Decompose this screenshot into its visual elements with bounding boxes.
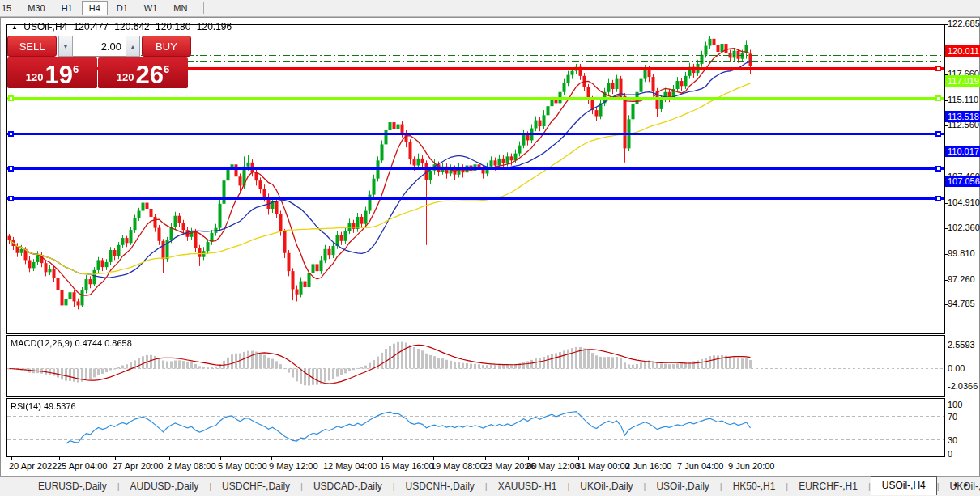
time-tick xyxy=(382,457,383,460)
rsi-canvas[interactable] xyxy=(7,399,944,456)
time-axis-label: 2 Jun 16:00 xyxy=(625,461,672,471)
buy-price-box[interactable]: 120 26 6 xyxy=(98,57,188,88)
rsi-axis-label: 0 xyxy=(948,449,952,459)
chart-tab-audusd-daily[interactable]: AUDUSD-,Daily xyxy=(120,478,210,494)
time-tick xyxy=(271,457,272,460)
time-tick xyxy=(731,457,731,460)
time-axis-label: 9 Jun 20:00 xyxy=(728,461,775,471)
time-tick xyxy=(220,457,221,460)
time-axis-label: 25 Apr 04:00 xyxy=(57,461,107,471)
price-line-badge: 117.019 xyxy=(945,75,980,87)
timeframe-button-m30[interactable]: M30 xyxy=(20,1,52,15)
chart-tab-usoil-h4[interactable]: USOil-,H4 xyxy=(871,476,937,495)
symbol-period-label: USOil-,H4 xyxy=(23,21,67,32)
macd-axis-label: 0.00 xyxy=(948,363,965,373)
chart-tab-usdcad-daily[interactable]: USDCAD-,Daily xyxy=(303,478,393,494)
time-tick xyxy=(115,457,116,460)
price-axis: 122.685117.660115.110112.560107.460104.9… xyxy=(945,17,980,478)
buy-price-big: 26 xyxy=(135,64,163,87)
rsi-panel xyxy=(6,398,945,457)
chart-tab-usdcnh-daily[interactable]: USDCNH-,Daily xyxy=(395,478,485,494)
timeframe-button-d1[interactable]: D1 xyxy=(109,1,135,15)
macd-axis-label: -2.0366 xyxy=(948,381,978,391)
volume-input[interactable] xyxy=(73,36,126,57)
chart-tabbar: EURUSD-,Daily|AUDUSD-,Daily|USDCHF-,Dail… xyxy=(0,476,980,496)
price-axis-label: 97.260 xyxy=(948,274,975,284)
time-axis: 20 Apr 202225 Apr 04:0027 Apr 20:002 May… xyxy=(6,458,945,474)
time-axis-label: 16 May 16:00 xyxy=(380,461,434,471)
price-axis-label: 102.360 xyxy=(948,223,980,232)
time-axis-label: 7 Jun 04:00 xyxy=(677,461,724,471)
sell-price-sup: 6 xyxy=(73,63,79,75)
timeframe-toolbar: 15 M30 H1 H4 D1 W1 MN xyxy=(0,0,980,17)
time-tick xyxy=(326,457,326,460)
collapse-arrow-icon[interactable]: ▲ xyxy=(11,23,18,31)
chart-tab-eurusd-daily[interactable]: EURUSD-,Daily xyxy=(28,478,117,494)
time-axis-label: 2 May 08:00 xyxy=(167,461,216,471)
macd-panel xyxy=(6,335,945,397)
time-tick xyxy=(528,457,529,460)
time-axis-label: 9 May 12:00 xyxy=(269,461,318,471)
timeframe-button-h4[interactable]: H4 xyxy=(82,1,108,15)
time-tick xyxy=(485,457,486,460)
chart-tab-usdchf-daily[interactable]: USDCHF-,Daily xyxy=(211,478,300,494)
price-axis-label: 115.110 xyxy=(948,95,978,104)
sell-price-box[interactable]: 120 19 6 xyxy=(7,57,97,88)
rsi-axis-label: 70 xyxy=(948,412,957,422)
buy-price-small: 120 xyxy=(117,71,134,83)
timeframe-button-mn[interactable]: MN xyxy=(166,1,194,15)
price-line-badge: 113.518 xyxy=(945,111,980,122)
sell-price-big: 19 xyxy=(45,64,72,87)
timeframe-button-m15[interactable]: 15 xyxy=(0,1,19,15)
time-axis-label: 19 May 08:00 xyxy=(431,461,485,471)
macd-label: MACD(12,26,9) 0.4744 0.8658 xyxy=(11,338,132,348)
time-tick xyxy=(680,457,680,460)
price-axis-label: 122.685 xyxy=(948,19,980,28)
price-line-badge: 107.056 xyxy=(945,176,980,187)
time-tick xyxy=(628,457,628,460)
chart-tab-ukoil-daily[interactable]: UKOil-,Daily xyxy=(569,478,643,494)
tab-scroll-right-icon[interactable]: ► xyxy=(963,481,975,489)
buy-button[interactable]: BUY xyxy=(142,36,191,57)
volume-increase-button[interactable]: ▲ xyxy=(126,36,140,57)
rsi-axis-label: 100 xyxy=(948,400,962,409)
toolbar-divider xyxy=(203,2,204,14)
chart-tab-eurchf-h1[interactable]: EURCHF-,H1 xyxy=(788,478,868,494)
macd-canvas[interactable] xyxy=(7,336,944,396)
buy-price-sup: 6 xyxy=(164,63,169,75)
price-axis-label: 99.810 xyxy=(948,248,975,258)
time-tick xyxy=(433,457,434,460)
one-click-trade-panel: SELL ▼ ▲ BUY 120 19 6 120 26 6 xyxy=(7,36,191,88)
time-axis-label: 12 May 04:00 xyxy=(323,461,377,471)
sell-price-small: 120 xyxy=(26,71,44,83)
timeframe-button-w1[interactable]: W1 xyxy=(137,1,165,15)
time-tick xyxy=(11,457,12,460)
ohlc-open: 120.477 xyxy=(74,21,109,32)
time-axis-label: 26 May 12:00 xyxy=(526,461,580,471)
time-axis-label: 31 May 00:00 xyxy=(576,461,630,471)
time-axis-label: 27 Apr 20:00 xyxy=(113,461,163,471)
chart-tab-usoil-daily[interactable]: USOil-,Daily xyxy=(646,478,719,494)
time-tick xyxy=(578,457,579,460)
chart-title: ▲ USOil-,H4 120.477 120.642 120.180 120.… xyxy=(11,21,235,32)
rsi-axis-label: 30 xyxy=(948,435,957,445)
tab-scroll-left-icon[interactable]: ◄ xyxy=(951,481,963,489)
volume-decrease-button[interactable]: ▼ xyxy=(58,36,73,57)
macd-axis-label: 2.5593 xyxy=(948,340,975,350)
time-axis-label: 5 May 00:00 xyxy=(218,461,267,471)
rsi-label: RSI(14) 49.5376 xyxy=(11,401,76,411)
ohlc-low: 120.180 xyxy=(156,21,190,32)
chart-tab-hk50-h1[interactable]: HK50-,H1 xyxy=(722,478,786,494)
chart-tab-xauusd-h1[interactable]: XAUUSD-,H1 xyxy=(488,478,568,494)
price-line-badge: 110.017 xyxy=(945,146,980,157)
time-tick xyxy=(59,457,60,460)
time-axis-label: 20 Apr 2022 xyxy=(9,461,57,471)
price-axis-label: 104.910 xyxy=(948,197,980,207)
time-tick xyxy=(169,457,170,460)
sell-button[interactable]: SELL xyxy=(7,36,57,57)
timeframe-button-h1[interactable]: H1 xyxy=(54,1,80,15)
price-line-badge: 120.011 xyxy=(945,45,980,57)
tab-scroll-arrows: ◄► xyxy=(951,481,975,489)
ohlc-high: 120.642 xyxy=(114,21,149,32)
ohlc-close: 120.196 xyxy=(197,21,232,32)
